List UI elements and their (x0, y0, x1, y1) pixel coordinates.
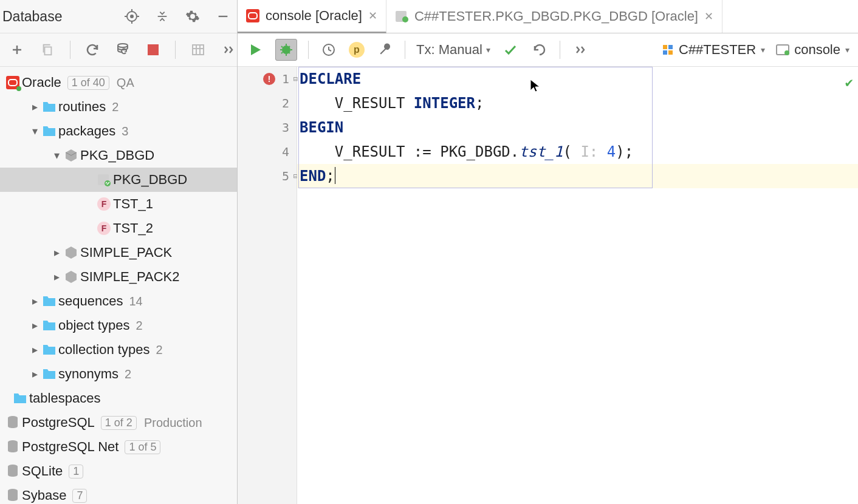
code-line[interactable]: DECLARE (297, 67, 858, 91)
tree-simple-pack[interactable]: ▸ SIMPLE_PACK (0, 240, 237, 265)
close-icon[interactable]: ✕ (704, 10, 713, 23)
tree-collection-types[interactable]: ▸ collection types 2 (0, 338, 237, 362)
console-dropdown[interactable]: console ▾ (776, 42, 849, 58)
code-line[interactable]: END; (297, 164, 858, 188)
tree-tablespaces[interactable]: tablespaces (0, 386, 237, 410)
svg-rect-29 (668, 45, 673, 49)
chevron-down-icon[interactable]: ▾ (51, 149, 62, 162)
datasource-oracle[interactable]: Oracle 1 of 40 QA (0, 70, 237, 95)
gutter: 1!⊟ 2 3 4 5⊟ (238, 67, 297, 504)
filter-refresh-icon[interactable] (114, 41, 131, 59)
gear-icon[interactable] (184, 7, 202, 26)
datasource-sybase[interactable]: Sybase 7 (0, 483, 237, 504)
tree-simple-pack2[interactable]: ▸ SIMPLE_PACK2 (0, 265, 237, 289)
copy-icon[interactable] (39, 41, 56, 59)
stop-icon[interactable] (145, 41, 162, 59)
code-body[interactable]: ✔ DECLARE V_RESULT INTEGER;BEGIN V_RESUL… (297, 67, 858, 504)
tree-sequences[interactable]: ▸ sequences 14 (0, 289, 237, 313)
more-icon[interactable] (220, 41, 237, 59)
schema-dropdown[interactable]: C##TESTER ▾ (662, 42, 765, 58)
tree-pkg-dbgd[interactable]: ▾ PKG_DBGD (0, 143, 237, 168)
collapse-icon[interactable] (153, 7, 171, 26)
svg-point-33 (784, 50, 789, 55)
minimize-icon[interactable] (214, 7, 232, 26)
debug-icon[interactable] (275, 39, 297, 61)
function-icon: F (97, 197, 111, 211)
svg-rect-10 (45, 47, 52, 55)
svg-rect-13 (193, 45, 204, 55)
tree-pkg-dbgd-body[interactable]: PKG_DBGD (0, 168, 237, 192)
svg-rect-30 (663, 50, 667, 55)
tab-pkg-dbgd[interactable]: C##TESTER.PKG_DBGD.PKG_DBGD [Oracle] ✕ (386, 0, 722, 33)
function-icon: F (97, 222, 111, 235)
svg-rect-12 (148, 44, 159, 55)
tree-tst-2[interactable]: F TST_2 (0, 216, 237, 240)
database-tree[interactable]: Oracle 1 of 40 QA ▸ routines 2 ▾ package… (0, 67, 237, 504)
sidebar-title: Database (2, 9, 62, 25)
datasource-postgresql[interactable]: PostgreSQL 1 of 2 Production (0, 410, 237, 435)
chevron-down-icon: ▾ (486, 45, 490, 55)
tree-tst-1[interactable]: F TST_1 (0, 192, 237, 216)
close-icon[interactable]: ✕ (368, 9, 377, 22)
wrench-icon[interactable] (376, 41, 394, 59)
target-icon[interactable] (123, 7, 141, 26)
oracle-icon (6, 76, 19, 89)
code-line[interactable]: V_RESULT INTEGER; (297, 91, 858, 115)
refresh-icon[interactable] (84, 41, 101, 59)
chevron-right-icon[interactable]: ▸ (51, 246, 62, 259)
chevron-down-icon: ▾ (845, 45, 849, 55)
tree-packages[interactable]: ▾ packages 3 (0, 119, 237, 143)
sidebar-toolbar (0, 33, 237, 67)
code-line[interactable]: V_RESULT := PKG_DBGD.tst_1( I: 4); (297, 140, 858, 164)
svg-point-24 (402, 16, 408, 22)
more-icon[interactable] (571, 41, 589, 59)
history-icon[interactable] (320, 41, 338, 59)
tree-object-types[interactable]: ▸ object types 2 (0, 313, 237, 338)
svg-point-11 (118, 44, 128, 47)
svg-marker-25 (251, 44, 261, 55)
chevron-down-icon: ▾ (761, 45, 765, 55)
tab-console[interactable]: console [Oracle] ✕ (238, 0, 386, 33)
datasource-postgresql-net[interactable]: PostgreSQL Net 1 of 5 (0, 435, 237, 459)
run-icon[interactable] (246, 41, 264, 59)
svg-rect-28 (663, 45, 667, 49)
chevron-down-icon[interactable]: ▾ (29, 124, 40, 138)
commit-icon[interactable] (501, 41, 520, 59)
tree-synonyms[interactable]: ▸ synonyms 2 (0, 362, 237, 386)
chevron-right-icon[interactable]: ▸ (29, 100, 40, 114)
explain-plan-icon[interactable]: p (349, 42, 365, 58)
code-editor[interactable]: 1!⊟ 2 3 4 5⊟ ✔ DECLARE V_RESULT INTEGER;… (238, 67, 858, 504)
sidebar-header: Database (0, 0, 237, 33)
rollback-icon[interactable] (530, 41, 549, 59)
tree-routines[interactable]: ▸ routines 2 (0, 95, 237, 119)
tx-mode-dropdown[interactable]: Tx: Manual ▾ (416, 42, 490, 58)
oracle-icon (246, 9, 259, 22)
editor-tabs: console [Oracle] ✕ C##TESTER.PKG_DBGD.PK… (238, 0, 858, 33)
editor-toolbar: p Tx: Manual ▾ C##TESTER (238, 33, 858, 67)
inspection-ok-icon[interactable]: ✔ (845, 70, 853, 95)
svg-point-1 (131, 15, 133, 18)
add-icon[interactable] (9, 41, 26, 59)
svg-rect-31 (668, 50, 673, 55)
code-line[interactable]: BEGIN (297, 115, 858, 140)
datasource-sqlite[interactable]: SQLite 1 (0, 459, 237, 483)
error-icon[interactable]: ! (263, 73, 275, 85)
chevron-right-icon[interactable]: ▸ (51, 270, 62, 284)
table-icon[interactable] (189, 41, 206, 59)
